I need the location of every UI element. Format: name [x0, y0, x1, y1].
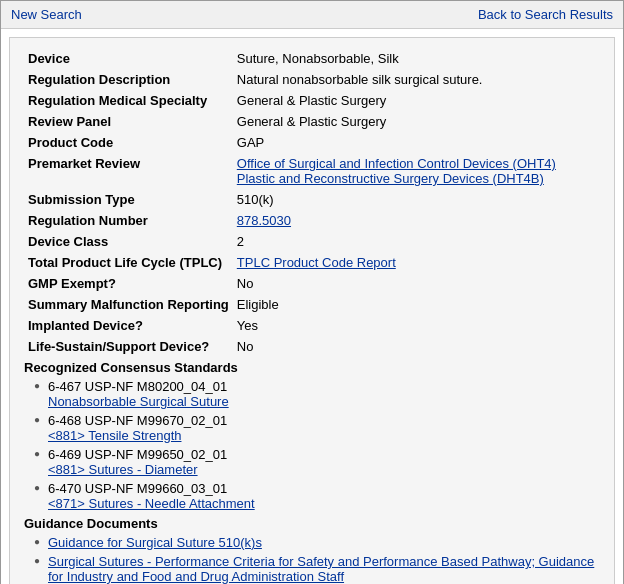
standard-link[interactable]: <881> Sutures - Diameter	[48, 462, 198, 477]
guidance-link[interactable]: Guidance for Surgical Suture 510(k)s	[48, 535, 262, 550]
standard-item: 6-468 USP-NF M99670_02_01 <881> Tensile …	[34, 411, 600, 445]
info-row-value: Suture, Nonabsorbable, Silk	[233, 48, 600, 69]
info-row-value: General & Plastic Surgery	[233, 90, 600, 111]
info-row-value: No	[233, 336, 600, 357]
info-row: GMP Exempt?No	[24, 273, 600, 294]
info-row-value: TPLC Product Code Report	[233, 252, 600, 273]
info-row-link[interactable]: Office of Surgical and Infection Control…	[237, 156, 556, 171]
info-row-value: Office of Surgical and Infection Control…	[233, 153, 600, 189]
recognized-standards-section: Recognized Consensus Standards 6-467 USP…	[24, 360, 600, 513]
info-row: Product CodeGAP	[24, 132, 600, 153]
info-row-link[interactable]: Plastic and Reconstructive Surgery Devic…	[237, 171, 544, 186]
info-row-value: No	[233, 273, 600, 294]
info-row-value: Natural nonabsorbable silk surgical sutu…	[233, 69, 600, 90]
main-content: DeviceSuture, Nonabsorbable, SilkRegulat…	[9, 37, 615, 584]
guidance-documents-label: Guidance Documents	[24, 516, 158, 531]
info-row: Total Product Life Cycle (TPLC)TPLC Prod…	[24, 252, 600, 273]
page-container: New Search Back to Search Results Device…	[0, 0, 624, 584]
info-row-label: Summary Malfunction Reporting	[24, 294, 233, 315]
guidance-link[interactable]: Surgical Sutures - Performance Criteria …	[48, 554, 594, 584]
info-row-value: GAP	[233, 132, 600, 153]
info-row-label: Device	[24, 48, 233, 69]
standard-link[interactable]: <871> Sutures - Needle Attachment	[48, 496, 255, 511]
info-row-label: Total Product Life Cycle (TPLC)	[24, 252, 233, 273]
info-row: Life-Sustain/Support Device?No	[24, 336, 600, 357]
info-row: Regulation Medical SpecialtyGeneral & Pl…	[24, 90, 600, 111]
guidance-item: Guidance for Surgical Suture 510(k)s	[34, 533, 600, 552]
info-row-label: Regulation Medical Specialty	[24, 90, 233, 111]
info-row-label: Implanted Device?	[24, 315, 233, 336]
info-row-label: GMP Exempt?	[24, 273, 233, 294]
standard-item: 6-467 USP-NF M80200_04_01 Nonabsorbable …	[34, 377, 600, 411]
info-row-value: Eligible	[233, 294, 600, 315]
info-table: DeviceSuture, Nonabsorbable, SilkRegulat…	[24, 48, 600, 357]
info-row: Implanted Device?Yes	[24, 315, 600, 336]
standard-item: 6-469 USP-NF M99650_02_01 <881> Sutures …	[34, 445, 600, 479]
info-row-value: General & Plastic Surgery	[233, 111, 600, 132]
info-row-value: 510(k)	[233, 189, 600, 210]
info-row-value: Yes	[233, 315, 600, 336]
recognized-standards-label: Recognized Consensus Standards	[24, 360, 238, 375]
new-search-link[interactable]: New Search	[11, 7, 82, 22]
info-row: Regulation Number878.5030	[24, 210, 600, 231]
back-to-results-link[interactable]: Back to Search Results	[478, 7, 613, 22]
top-bar: New Search Back to Search Results	[1, 1, 623, 29]
info-row: Premarket ReviewOffice of Surgical and I…	[24, 153, 600, 189]
standard-link[interactable]: Nonabsorbable Surgical Suture	[48, 394, 229, 409]
info-row-label: Life-Sustain/Support Device?	[24, 336, 233, 357]
info-row-link[interactable]: TPLC Product Code Report	[237, 255, 396, 270]
info-row-label: Review Panel	[24, 111, 233, 132]
info-row: Summary Malfunction ReportingEligible	[24, 294, 600, 315]
info-row: Review PanelGeneral & Plastic Surgery	[24, 111, 600, 132]
standard-link[interactable]: <881> Tensile Strength	[48, 428, 181, 443]
info-row: Regulation DescriptionNatural nonabsorba…	[24, 69, 600, 90]
info-row-value: 878.5030	[233, 210, 600, 231]
info-row-label: Regulation Description	[24, 69, 233, 90]
standard-item: 6-470 USP-NF M99660_03_01 <871> Sutures …	[34, 479, 600, 513]
info-row-label: Premarket Review	[24, 153, 233, 189]
info-row-label: Regulation Number	[24, 210, 233, 231]
info-row-link[interactable]: 878.5030	[237, 213, 291, 228]
info-row: Submission Type510(k)	[24, 189, 600, 210]
guidance-list: Guidance for Surgical Suture 510(k)sSurg…	[34, 533, 600, 584]
info-row: Device Class2	[24, 231, 600, 252]
info-row-label: Product Code	[24, 132, 233, 153]
guidance-item: Surgical Sutures - Performance Criteria …	[34, 552, 600, 584]
info-row-label: Submission Type	[24, 189, 233, 210]
info-row-value: 2	[233, 231, 600, 252]
info-row: DeviceSuture, Nonabsorbable, Silk	[24, 48, 600, 69]
standards-list: 6-467 USP-NF M80200_04_01 Nonabsorbable …	[34, 377, 600, 513]
guidance-documents-section: Guidance Documents Guidance for Surgical…	[24, 516, 600, 584]
info-row-label: Device Class	[24, 231, 233, 252]
